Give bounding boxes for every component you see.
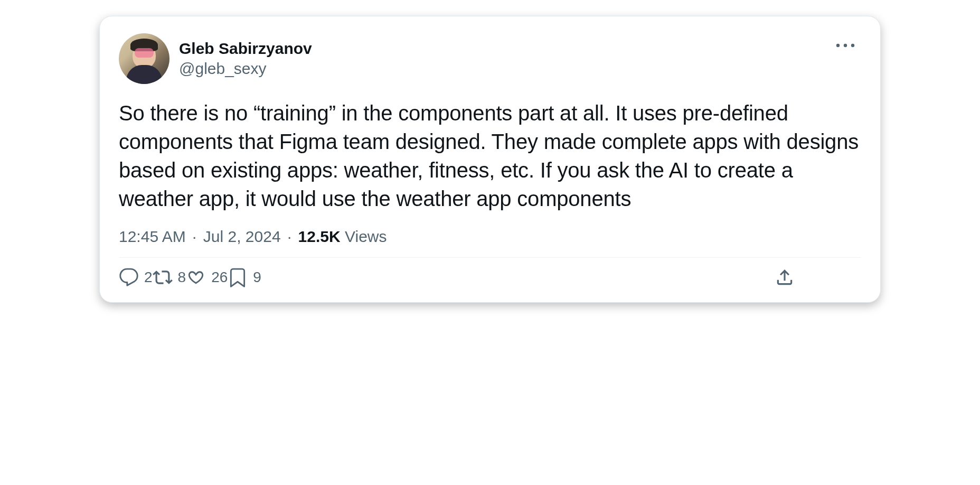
separator: · — [192, 228, 196, 245]
svg-point-1 — [844, 44, 847, 47]
user-handle[interactable]: @gleb_sexy — [179, 58, 312, 79]
retweet-icon — [153, 267, 173, 287]
tweet-user-link[interactable]: Gleb Sabirzyanov @gleb_sexy — [119, 33, 312, 84]
heart-icon — [186, 267, 206, 287]
tweet-card: Gleb Sabirzyanov @gleb_sexy So there is … — [99, 16, 881, 303]
bookmark-button[interactable]: 9 — [228, 267, 261, 287]
avatar[interactable] — [119, 33, 169, 84]
reply-count: 2 — [144, 269, 153, 286]
tweet-header: Gleb Sabirzyanov @gleb_sexy — [119, 33, 861, 84]
like-button[interactable]: 26 — [186, 267, 228, 287]
reply-button[interactable]: 2 — [119, 267, 153, 287]
views-count[interactable]: 12.5K — [298, 228, 341, 245]
bookmark-count: 9 — [253, 269, 261, 286]
tweet-text: So there is no “training” in the compone… — [119, 99, 861, 213]
tweet-metadata: 12:45 AM · Jul 2, 2024 · 12.5K Views — [119, 228, 861, 246]
user-info: Gleb Sabirzyanov @gleb_sexy — [179, 39, 312, 79]
display-name[interactable]: Gleb Sabirzyanov — [179, 39, 312, 58]
like-count: 26 — [211, 269, 228, 286]
retweet-button[interactable]: 8 — [153, 267, 186, 287]
separator: · — [287, 228, 291, 245]
tweet-time[interactable]: 12:45 AM — [119, 228, 186, 245]
tweet-date[interactable]: Jul 2, 2024 — [203, 228, 281, 245]
bookmark-icon — [228, 267, 248, 287]
retweet-count: 8 — [178, 269, 186, 286]
reply-icon — [119, 267, 139, 287]
svg-point-2 — [851, 44, 854, 47]
ellipsis-icon — [836, 43, 855, 48]
divider — [119, 257, 861, 258]
views-label: Views — [345, 228, 387, 245]
more-options-button[interactable] — [832, 36, 859, 54]
share-icon — [775, 267, 795, 287]
share-button[interactable] — [775, 267, 795, 287]
svg-point-0 — [836, 44, 840, 47]
tweet-actions-bar: 2 8 26 9 — [119, 263, 861, 290]
